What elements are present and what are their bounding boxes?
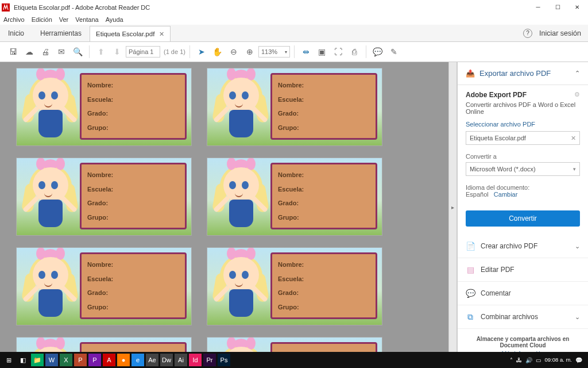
- page-down-icon[interactable]: ⬇: [110, 44, 125, 59]
- change-lang-link[interactable]: Cambiar: [494, 191, 518, 198]
- document-viewport[interactable]: Nombre:Escuela:Grado:Grupo:Nombre:Escuel…: [0, 62, 448, 352]
- lang-value: Español: [466, 191, 489, 198]
- clear-file-icon[interactable]: ✕: [571, 135, 576, 142]
- field-nombre: Nombre:: [87, 82, 179, 89]
- file-select-box[interactable]: Etiqueta Escolar.pdf ✕: [466, 131, 580, 145]
- convert-to-label: Convertir a: [466, 153, 580, 160]
- lang-label: Idioma del documento:: [466, 184, 529, 191]
- tab-herramientas[interactable]: Herramientas: [32, 25, 90, 41]
- taskbar-app[interactable]: ●: [117, 354, 130, 366]
- read-mode-icon[interactable]: ⎙: [347, 44, 362, 59]
- separator: [294, 45, 295, 58]
- maximize-button[interactable]: ☐: [548, 1, 567, 14]
- taskbar-app[interactable]: X: [60, 354, 72, 366]
- fullscreen-icon[interactable]: ⛶: [331, 44, 346, 59]
- tab-document[interactable]: Etiqueta Escolar.pdf ✕: [90, 26, 171, 41]
- comment-bubble-icon[interactable]: 💬: [370, 44, 385, 59]
- convert-button[interactable]: Convertir: [466, 210, 580, 227]
- login-link[interactable]: Iniciar sesión: [539, 29, 581, 37]
- sign-icon[interactable]: ✎: [386, 44, 401, 59]
- tray-up-icon[interactable]: ˄: [510, 357, 513, 363]
- export-pdf-header[interactable]: 📤 Exportar archivo PDF ⌃: [466, 69, 580, 78]
- menu-edicion[interactable]: Edición: [32, 16, 52, 23]
- fit-width-icon[interactable]: ⇹: [299, 44, 314, 59]
- taskbar-app[interactable]: P: [74, 354, 87, 366]
- save-icon[interactable]: 🖫: [6, 44, 21, 59]
- menu-ventana[interactable]: Ventana: [75, 16, 98, 23]
- page-input[interactable]: Página 1: [126, 46, 160, 57]
- taskbar-app[interactable]: Ae: [146, 354, 158, 366]
- field-grupo: Grupo:: [87, 124, 179, 131]
- label-card: Nombre:Escuela:Grado:Grupo:: [16, 247, 192, 325]
- zoom-in-icon[interactable]: ⊕: [242, 44, 257, 59]
- label-card: Nombre:Escuela:Grado:Grupo:: [16, 68, 192, 146]
- search-icon[interactable]: 🔍: [70, 44, 85, 59]
- select-file-label: Seleccionar archivo PDF: [466, 121, 580, 128]
- field-grado: Grado:: [87, 110, 179, 117]
- combine-item[interactable]: ⧉Combinar archivos⌄: [458, 305, 588, 329]
- fit-page-icon[interactable]: ▣: [315, 44, 330, 59]
- zoom-select[interactable]: 113%: [258, 46, 290, 57]
- format-value: Microsoft Word (*.docx): [470, 166, 536, 172]
- taskbar-app[interactable]: W: [45, 354, 58, 366]
- create-pdf-icon: 📄: [466, 241, 475, 251]
- chevron-up-icon: ⌃: [575, 70, 580, 77]
- taskbar-app[interactable]: Dw: [160, 354, 173, 366]
- zoom-out-icon[interactable]: ⊖: [226, 44, 241, 59]
- comment-item[interactable]: 💬Comentar: [458, 282, 588, 305]
- page-count: (1 de 1): [164, 48, 185, 55]
- tab-inicio[interactable]: Inicio: [0, 25, 32, 41]
- separator: [189, 45, 190, 58]
- close-button[interactable]: ✕: [567, 1, 587, 14]
- taskbar-app[interactable]: Pr: [203, 354, 216, 366]
- label-card: Nombre:Escuela:Grado:Grupo:: [16, 337, 192, 352]
- notification-icon[interactable]: 💬: [575, 357, 582, 363]
- taskbar-app[interactable]: Ai: [175, 354, 187, 366]
- minimize-button[interactable]: ─: [528, 1, 548, 14]
- tab-doc-label: Etiqueta Escolar.pdf: [96, 30, 154, 37]
- field-escuela: Escuela:: [87, 96, 179, 103]
- separator: [366, 45, 366, 58]
- combine-icon: ⧉: [466, 312, 475, 321]
- cloud-icon[interactable]: ☁: [22, 44, 37, 59]
- taskbar-app[interactable]: Ps: [218, 354, 230, 366]
- tray-network-icon[interactable]: 🖧: [516, 357, 522, 363]
- menu-ayuda[interactable]: Ayuda: [106, 16, 123, 23]
- export-desc: Convertir archivos PDF a Word o Excel On…: [466, 101, 580, 115]
- svg-rect-0: [2, 3, 10, 12]
- clock[interactable]: 09:08 a. m.: [544, 357, 572, 363]
- taskbar-app[interactable]: 📁: [31, 354, 44, 366]
- create-pdf-item[interactable]: 📄Crear archivo PDF⌄: [458, 235, 588, 258]
- app-icon: [1, 3, 10, 12]
- label-card: Nombre:Escuela:Grado:Grupo:: [207, 68, 382, 146]
- taskview-icon[interactable]: ◧: [17, 354, 29, 366]
- tray-volume-icon[interactable]: 🔊: [525, 357, 532, 363]
- taskbar-app[interactable]: Id: [189, 354, 202, 366]
- help-icon[interactable]: ?: [523, 29, 532, 38]
- tray-lang-icon[interactable]: ▭: [536, 357, 541, 363]
- chevron-down-icon: ⌄: [575, 243, 580, 250]
- page-up-icon[interactable]: ⬆: [94, 44, 109, 59]
- taskbar: ⊞ ◧ 📁 W X P P A ● e Ae Dw Ai Id Pr Ps ˄ …: [0, 352, 588, 368]
- print-icon[interactable]: 🖨: [38, 44, 53, 59]
- export-title: Exportar archivo PDF: [479, 69, 551, 78]
- start-button[interactable]: ⊞: [2, 354, 15, 366]
- mail-icon[interactable]: ✉: [54, 44, 69, 59]
- hand-tool-icon[interactable]: ✋: [210, 44, 225, 59]
- taskbar-app[interactable]: A: [103, 354, 115, 366]
- taskbar-app[interactable]: e: [131, 354, 144, 366]
- format-dropdown[interactable]: Microsoft Word (*.docx): [466, 162, 580, 176]
- selected-filename: Etiqueta Escolar.pdf: [470, 135, 526, 141]
- label-card: Nombre:Escuela:Grado:Grupo:: [207, 247, 382, 325]
- tab-close-icon[interactable]: ✕: [159, 30, 164, 38]
- separator: [89, 45, 90, 58]
- cloud-settings-icon[interactable]: ⚙: [574, 91, 580, 98]
- menu-ver[interactable]: Ver: [59, 16, 69, 23]
- taskbar-app[interactable]: P: [88, 354, 101, 366]
- edit-pdf-item[interactable]: ▤Editar PDF: [458, 258, 588, 282]
- comment-icon: 💬: [466, 289, 475, 298]
- select-tool-icon[interactable]: ➤: [194, 44, 209, 59]
- panel-collapse-handle[interactable]: ▸: [448, 62, 457, 352]
- menu-archivo[interactable]: Archivo: [3, 16, 25, 23]
- label-card: Nombre:Escuela:Grado:Grupo:: [207, 337, 382, 352]
